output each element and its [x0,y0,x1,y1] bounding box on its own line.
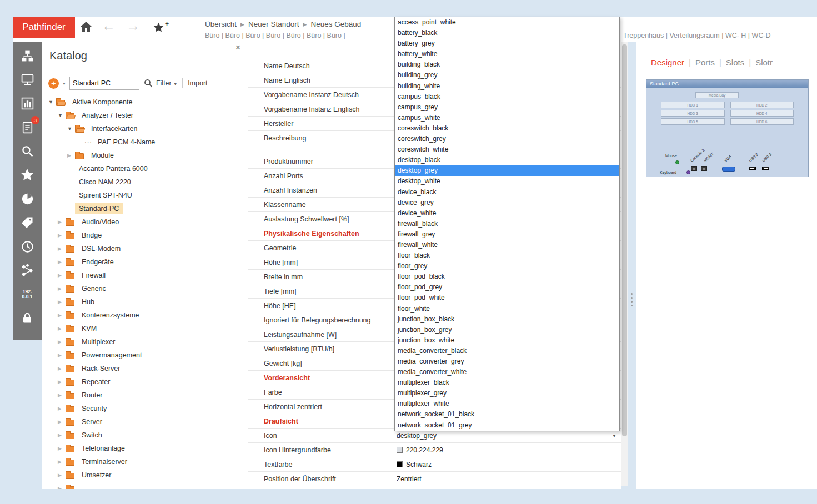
device-preview[interactable]: Standard-PC Media Bay HDD 1HDD 2HDD 3HDD… [646,79,809,177]
dropdown-option[interactable]: junction_box_grey [395,325,619,335]
dropdown-option[interactable]: floor_pod_black [395,271,619,282]
dropdown-option[interactable]: coreswitch_white [395,144,619,155]
expand-icon[interactable]: ▶ [58,233,66,238]
tree-item[interactable]: Accanto Pantera 6000 [42,162,248,175]
tree-item[interactable]: ▶Security [42,402,248,415]
dropdown-option[interactable]: firewall_white [395,240,619,250]
statistics-icon[interactable] [19,190,36,207]
expand-icon[interactable]: ▶ [58,273,66,278]
dropdown-option[interactable]: multiplexer_white [395,399,619,409]
combo-arrow-icon[interactable]: ▼ [612,433,616,438]
tree-item[interactable]: ▼Interfacekarten [42,122,248,135]
breadcrumb-item[interactable]: Übersicht [205,20,237,28]
app-logo[interactable]: Pathfinder [13,17,75,38]
tree-item[interactable]: ···PAE PCM 4-Name [42,135,248,149]
expand-icon[interactable]: ▶ [58,299,66,305]
dropdown-option[interactable]: building_black [395,59,619,70]
dropdown-option[interactable]: media_converter_white [395,367,619,377]
add-component-button[interactable]: + [48,78,59,89]
dropdown-option[interactable]: coreswitch_black [395,123,619,134]
expand-icon[interactable]: ▶ [67,153,75,158]
history-icon[interactable] [19,238,36,255]
add-menu-caret-icon[interactable]: ▼ [62,82,66,85]
dropdown-option[interactable]: floor_grey [395,261,619,271]
dropdown-option[interactable]: device_black [395,187,619,198]
tree-item[interactable]: Cisco NAM 2220 [42,175,248,189]
tree-item[interactable]: ▶Powermanagement [42,349,248,362]
expand-icon[interactable]: ▶ [58,286,66,291]
tree-item[interactable]: Spirent SPT-N4U [42,189,248,202]
workstation-icon[interactable] [19,71,36,88]
report-icon[interactable] [19,95,36,112]
dropdown-option[interactable]: floor_pod_white [395,293,619,303]
splitter-handle[interactable] [631,293,633,306]
expand-icon[interactable]: ▶ [58,379,66,385]
expand-icon[interactable]: ▶ [58,406,66,411]
tree-item[interactable]: ▶DSL-Modem [42,242,248,255]
tree-item[interactable]: ▼Analyzer / Tester [42,109,248,122]
expand-icon[interactable]: ▶ [58,246,66,251]
scrollbar-thumb[interactable] [622,44,627,436]
dropdown-option[interactable]: battery_grey [395,38,619,49]
expand-icon[interactable]: ▶ [58,486,66,489]
ip-address-item[interactable]: 192.0.0.1 [19,286,36,303]
lock-icon[interactable] [19,310,36,326]
topology-icon[interactable] [19,47,36,64]
dropdown-option[interactable]: network_socket_01_black [395,409,619,420]
favorites-icon[interactable] [19,167,36,183]
properties-scrollbar[interactable] [621,42,628,486]
tree-item[interactable]: ▶Server [42,415,248,429]
expand-icon[interactable]: ▶ [58,366,66,371]
dropdown-option[interactable]: firewall_grey [395,229,619,240]
dropdown-option[interactable]: media_converter_grey [395,356,619,367]
tree-item[interactable]: ▶Router [42,389,248,402]
dropdown-option[interactable]: campus_white [395,113,619,123]
dropdown-option[interactable]: campus_black [395,92,619,102]
dropdown-option[interactable]: coreswitch_grey [395,134,619,144]
home-button[interactable] [79,22,93,34]
tree-item[interactable]: ▶Firewall [42,269,248,282]
tree-item[interactable]: ▶Switch [42,429,248,442]
dropdown-option[interactable]: multiplexer_black [395,377,619,388]
expand-icon[interactable]: ▶ [58,392,66,398]
expand-icon[interactable]: ▶ [58,419,66,425]
dropdown-option[interactable]: junction_box_black [395,314,619,325]
tree-item-selected[interactable]: Standard-PC [42,202,248,215]
dropdown-option[interactable]: network_socket_01_grey [395,420,619,431]
expand-icon[interactable]: ▶ [58,472,66,478]
dropdown-option[interactable]: junction_box_white [395,335,619,346]
tree-item[interactable]: ▶Telefonanlage [42,442,248,455]
dropdown-option[interactable]: building_grey [395,70,619,80]
dropdown-option[interactable]: battery_black [395,28,619,38]
dropdown-option-selected[interactable]: desktop_grey [395,165,619,176]
worklist-icon[interactable]: 3 [19,119,36,135]
connections-icon[interactable] [19,262,36,279]
tree-item[interactable]: ▶Audio/Video [42,215,248,229]
expand-icon[interactable]: ▶ [58,313,66,318]
filter-button[interactable]: Filter ▼ [156,79,177,87]
dropdown-option[interactable]: battery_white [395,49,619,59]
dropdown-option[interactable]: floor_pod_grey [395,282,619,293]
tree-item[interactable]: ▶Terminalserver [42,455,248,468]
expand-icon[interactable]: ▶ [58,352,66,358]
tree-item[interactable]: ▶Rack-Server [42,362,248,375]
tree-item[interactable]: ▶Repeater [42,375,248,389]
search-input[interactable] [69,77,139,90]
dropdown-option[interactable]: campus_grey [395,102,619,113]
dropdown-option[interactable]: desktop_black [395,155,619,165]
expand-icon[interactable]: ▶ [58,326,66,331]
expand-icon[interactable]: ▶ [58,459,66,465]
expand-icon[interactable]: ▶ [58,446,66,451]
tab-ports[interactable]: Ports [695,58,715,67]
back-button[interactable]: ← [102,18,116,34]
tab-slots[interactable]: Slots [726,58,744,67]
close-icon[interactable]: × [235,43,240,53]
label-icon[interactable] [19,214,36,231]
tree-item[interactable]: ▶Bridge [42,229,248,242]
dropdown-option[interactable]: building_white [395,81,619,92]
tree-item[interactable]: ▶ [42,482,248,489]
breadcrumb-item[interactable]: Neues Gebäud [310,20,361,28]
tree-item[interactable]: ▶KVM [42,322,248,335]
expand-icon[interactable]: ▶ [58,219,66,225]
dropdown-option[interactable]: device_grey [395,198,619,208]
